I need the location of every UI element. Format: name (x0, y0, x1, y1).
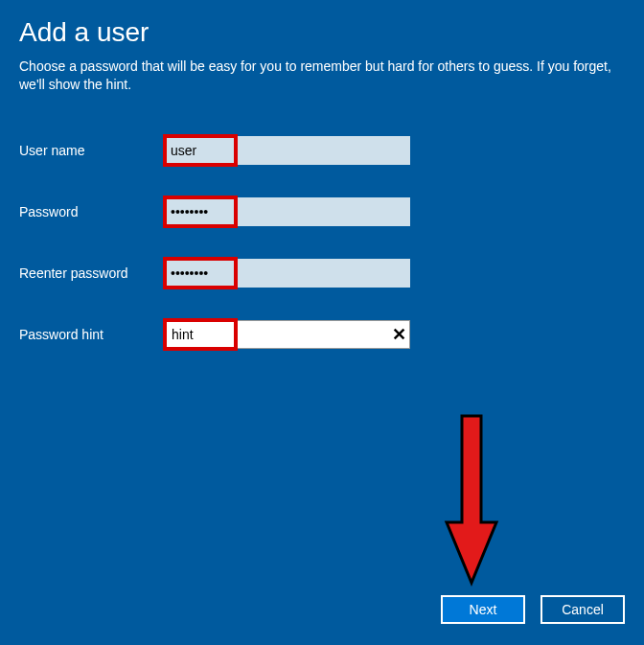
password-input[interactable] (163, 197, 410, 226)
page-title: Add a user (19, 17, 625, 48)
row-username: User name (19, 136, 625, 165)
next-button[interactable]: Next (441, 595, 525, 624)
row-hint: Password hint ✕ (19, 320, 625, 349)
clear-icon[interactable]: ✕ (392, 324, 406, 345)
label-hint: Password hint (19, 327, 163, 342)
hint-input[interactable] (163, 320, 410, 349)
cancel-button[interactable]: Cancel (540, 595, 625, 624)
label-reenter: Reenter password (19, 265, 163, 281)
row-password: Password (19, 197, 625, 226)
page-subtitle: Choose a password that will be easy for … (19, 58, 613, 94)
annotation-arrow (443, 412, 500, 589)
button-bar: Next Cancel (441, 595, 625, 624)
username-input[interactable] (163, 136, 410, 165)
label-username: User name (19, 143, 163, 158)
reenter-password-input[interactable] (163, 259, 410, 288)
label-password: Password (19, 204, 163, 219)
row-reenter: Reenter password (19, 259, 625, 288)
